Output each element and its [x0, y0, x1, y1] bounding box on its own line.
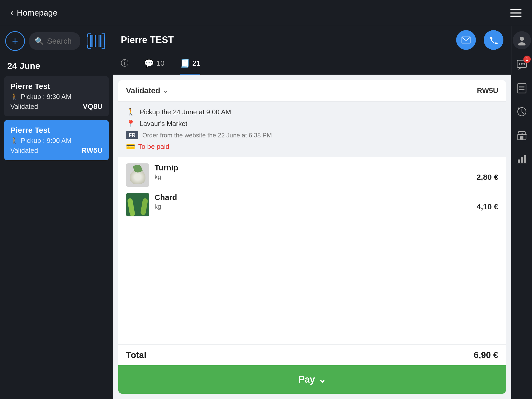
svg-rect-5 [94, 35, 94, 47]
history-icon [517, 107, 527, 117]
receipt-sidebar-icon [517, 83, 527, 94]
chat-button[interactable]: 1 [514, 57, 530, 73]
phone-icon [489, 35, 498, 45]
detail-card: Validated ⌄ RW5U 🚶 Pickup the 24 June at… [118, 80, 506, 394]
tab-orders[interactable]: 🧾 21 [180, 54, 200, 75]
walking-icon: 🚶 [126, 108, 135, 116]
source-row: FR Order from the website the 22 June at… [126, 131, 498, 139]
item-info-turnip: Turnip kg [155, 163, 471, 181]
shop-icon [517, 130, 527, 140]
svg-point-20 [523, 63, 525, 65]
search-input[interactable] [47, 37, 75, 45]
tab-messages[interactable]: 💬 10 [144, 54, 164, 75]
search-input-wrap: 🔍 [29, 32, 80, 50]
email-icon [461, 35, 471, 45]
main-layout: + 🔍 [0, 26, 532, 399]
total-amount: 6,90 € [474, 350, 498, 360]
chat-badge: 1 [523, 56, 531, 63]
turnip-image [126, 163, 149, 187]
svg-rect-12 [103, 35, 103, 47]
item-unit-turnip: kg [155, 173, 471, 181]
pay-chevron-icon: ⌄ [318, 374, 326, 385]
search-area: + 🔍 [0, 26, 113, 56]
source-text: Order from the website the 22 June at 6:… [142, 132, 272, 139]
order-name-2: Pierre Test [10, 126, 103, 135]
order-list: Pierre Test 🚶 Pickup : 9:30 AM Validated… [0, 74, 113, 166]
barcode-icon [87, 33, 105, 49]
status-badge[interactable]: Validated ⌄ [126, 86, 168, 95]
status-label: Validated [126, 86, 160, 95]
history-button[interactable] [514, 104, 530, 119]
chart-button[interactable] [514, 151, 530, 166]
svg-rect-8 [98, 35, 98, 47]
order-detail-1: 🚶 Pickup : 9:30 AM [10, 93, 103, 101]
pickup-info-row: 🚶 Pickup the 24 June at 9:00 AM [126, 108, 498, 116]
svg-rect-11 [102, 35, 102, 47]
item-unit-chard: kg [155, 203, 471, 210]
pickup-icon-2: 🚶 [10, 137, 18, 144]
order-code-1: VQ8U [83, 102, 103, 111]
order-detail-panel: Validated ⌄ RW5U 🚶 Pickup the 24 June at… [113, 75, 511, 399]
customer-header: Pierre TEST [113, 26, 511, 54]
person-avatar[interactable] [513, 31, 531, 49]
pickup-time-2: Pickup : 9:00 AM [21, 137, 71, 145]
order-card-1[interactable]: Pierre Test 🚶 Pickup : 9:30 AM Validated… [4, 76, 109, 116]
location-icon: 📍 [126, 119, 135, 128]
order-status-1: Validated [10, 103, 38, 111]
pickup-time-1: Pickup : 9:30 AM [21, 93, 71, 101]
receipt-sidebar-button[interactable] [514, 81, 530, 96]
total-row: Total 6,90 € [118, 344, 506, 365]
tab-info[interactable]: ⓘ [121, 54, 129, 75]
payment-status: To be paid [138, 143, 169, 151]
order-status-2: Validated [10, 147, 38, 155]
svg-point-16 [518, 42, 526, 45]
chard-image [126, 193, 149, 216]
center-panel: Pierre TEST ⓘ 💬 10 [113, 26, 511, 399]
back-label: Homepage [17, 8, 58, 18]
svg-rect-14 [462, 37, 470, 43]
customer-name: Pierre TEST [121, 35, 448, 45]
top-nav: ‹ Homepage [0, 0, 532, 26]
order-detail-2: 🚶 Pickup : 9:00 AM [10, 137, 103, 145]
order-footer-2: Validated RW5U [10, 146, 103, 155]
add-button[interactable]: + [5, 31, 25, 51]
hamburger-menu[interactable] [510, 9, 522, 17]
credit-card-icon: 💳 [126, 142, 135, 151]
svg-rect-10 [100, 35, 101, 47]
svg-rect-6 [95, 35, 96, 47]
receipt-tab-icon: 🧾 [180, 59, 190, 68]
order-footer-1: Validated VQ8U [10, 102, 103, 111]
shop-button[interactable] [514, 127, 530, 143]
chart-icon [517, 153, 527, 164]
pay-label: Pay [298, 374, 315, 385]
svg-rect-30 [521, 157, 523, 163]
svg-rect-21 [518, 84, 526, 93]
svg-rect-4 [92, 35, 93, 47]
pickup-info-text: Pickup the 24 June at 9:00 AM [139, 108, 231, 116]
item-info-chard: Chard kg [155, 193, 471, 210]
message-count: 10 [156, 59, 164, 68]
country-flag: FR [126, 131, 138, 139]
phone-button[interactable] [484, 30, 503, 50]
svg-rect-13 [104, 35, 105, 47]
item-row-chard: Chard kg 4,10 € [126, 193, 498, 216]
tabs: ⓘ 💬 10 🧾 21 [113, 54, 511, 75]
email-button[interactable] [456, 30, 476, 50]
right-sidebar: 1 [511, 26, 532, 399]
order-card-2[interactable]: Pierre Test 🚶 Pickup : 9:00 AM Validated… [4, 120, 109, 160]
item-name-chard: Chard [155, 193, 471, 202]
message-icon: 💬 [144, 59, 154, 68]
svg-rect-2 [90, 35, 91, 47]
location-text: Lavaur's Market [139, 120, 187, 128]
left-sidebar: + 🔍 [0, 26, 113, 399]
pay-button[interactable]: Pay ⌄ [118, 365, 506, 394]
back-button[interactable]: ‹ Homepage [10, 7, 57, 18]
barcode-button[interactable] [84, 31, 108, 51]
items-section: Turnip kg 2,80 € Chard kg 4,10 € [118, 157, 506, 344]
order-ref: RW5U [477, 87, 498, 95]
svg-rect-29 [518, 159, 520, 163]
pickup-icon-1: 🚶 [10, 93, 18, 101]
order-code-2: RW5U [81, 146, 103, 155]
svg-rect-7 [97, 35, 97, 47]
chevron-down-icon: ⌄ [163, 87, 168, 94]
